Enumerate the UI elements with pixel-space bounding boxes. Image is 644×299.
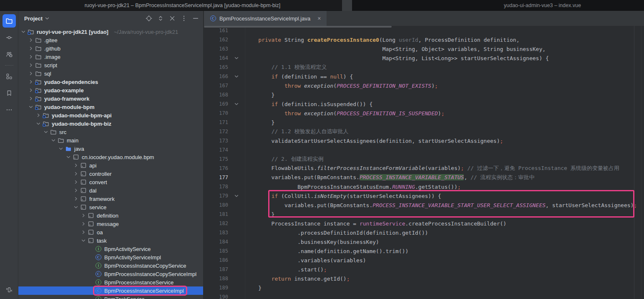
- line-number[interactable]: 168: [204, 92, 228, 98]
- tree-item[interactable]: yudao-module-bpm-api: [18, 111, 203, 119]
- chevron-right-icon[interactable]: [73, 162, 79, 169]
- line-number[interactable]: 174: [204, 147, 228, 153]
- tree-item[interactable]: CBpmActivityServiceImpl: [18, 253, 203, 261]
- chevron-down-icon[interactable]: [58, 145, 64, 152]
- tree-item[interactable]: yudao-module-bpm-biz: [18, 119, 203, 128]
- code-line[interactable]: 172 // 1.2 校验发起人自选审批人: [204, 127, 644, 136]
- code-line[interactable]: 188 return instance.getId();: [204, 274, 644, 283]
- code-with-me-icon[interactable]: ?: [3, 48, 16, 61]
- code-line[interactable]: 168 }: [204, 90, 644, 99]
- code-line[interactable]: 185 .name(definition.getName().trim()): [204, 246, 644, 256]
- chevron-down-icon[interactable]: [80, 237, 87, 244]
- code-line[interactable]: 178 BpmProcessInstanceStatusEnum.RUNNING…: [204, 182, 644, 191]
- line-number[interactable]: 185: [204, 248, 228, 254]
- tree-item[interactable]: controller: [18, 170, 203, 178]
- chevron-down-icon[interactable]: [73, 204, 79, 210]
- line-number[interactable]: 167: [204, 83, 228, 89]
- code-line[interactable]: 174: [204, 145, 644, 155]
- bookmarks-icon[interactable]: [3, 86, 16, 100]
- collapse-all-icon[interactable]: [169, 15, 176, 22]
- line-number[interactable]: 162: [204, 37, 228, 43]
- fold-arrow-icon[interactable]: [228, 191, 245, 200]
- line-number[interactable]: 161: [204, 28, 228, 33]
- tree-item[interactable]: dal: [18, 186, 203, 195]
- tree-item[interactable]: .image: [18, 53, 203, 61]
- code-line[interactable]: 186 .variables(variables): [204, 256, 644, 265]
- vertical-scrollbar[interactable]: [641, 26, 644, 299]
- code-line[interactable]: 164 Map<String, List<Long>> startUserSel…: [204, 53, 644, 63]
- code-line[interactable]: 166 if (definition == null) {: [204, 72, 644, 81]
- line-number[interactable]: 180: [204, 202, 228, 208]
- code-line[interactable]: 171 }: [204, 118, 644, 127]
- commit-icon[interactable]: [3, 31, 16, 44]
- line-number[interactable]: 169: [204, 101, 228, 107]
- chevron-right-icon[interactable]: [73, 179, 79, 185]
- tree-item[interactable]: yudao-example: [18, 86, 203, 94]
- chevron-right-icon[interactable]: [35, 112, 42, 119]
- tree-item[interactable]: oa: [18, 228, 203, 236]
- line-number[interactable]: 175: [204, 156, 228, 162]
- code-line[interactable]: 173 validateStartUserSelectAssignees(def…: [204, 136, 644, 145]
- chevron-right-icon[interactable]: [73, 187, 79, 194]
- line-number[interactable]: 179: [204, 193, 228, 199]
- chevron-right-icon[interactable]: [28, 79, 34, 85]
- line-number[interactable]: 190: [204, 294, 228, 299]
- tree-item[interactable]: .gitee: [18, 36, 203, 44]
- line-number[interactable]: 182: [204, 220, 228, 226]
- code-line[interactable]: 181 }: [204, 210, 644, 219]
- tree-item[interactable]: java: [18, 144, 203, 153]
- chevron-right-icon[interactable]: [28, 95, 34, 102]
- line-number[interactable]: 177: [204, 175, 228, 180]
- chevron-right-icon[interactable]: [73, 170, 79, 177]
- line-number[interactable]: 187: [204, 266, 228, 272]
- code-line[interactable]: 179 if (CollUtil.isNotEmpty(startUserSel…: [204, 191, 644, 200]
- close-icon[interactable]: ×: [317, 15, 321, 22]
- chevron-down-icon[interactable]: [50, 137, 57, 144]
- line-number[interactable]: 173: [204, 138, 228, 144]
- chevron-right-icon[interactable]: [28, 37, 34, 43]
- line-number[interactable]: 165: [204, 64, 228, 70]
- chevron-down-icon[interactable]: [43, 129, 49, 135]
- line-number[interactable]: 188: [204, 276, 228, 281]
- tree-item[interactable]: script: [18, 61, 203, 69]
- tab-bpmprocessinstanceserviceimpl[interactable]: C BpmProcessInstanceServiceImpl.java ×: [204, 11, 327, 26]
- code-line[interactable]: 189 }: [204, 283, 644, 292]
- code-line[interactable]: 183 .processDefinitionId(definition.getI…: [204, 228, 644, 237]
- tree-item[interactable]: api: [18, 161, 203, 170]
- fold-arrow-icon[interactable]: [228, 72, 245, 81]
- chevron-right-icon[interactable]: [28, 70, 34, 77]
- chevron-right-icon[interactable]: [28, 53, 34, 60]
- chevron-right-icon[interactable]: [80, 229, 87, 236]
- project-header-title[interactable]: Project: [24, 15, 43, 22]
- line-number[interactable]: 164: [204, 55, 228, 61]
- structure-icon[interactable]: [3, 70, 16, 83]
- line-number[interactable]: 181: [204, 211, 228, 217]
- code-line[interactable]: 169 if (definition.isSuspended()) {: [204, 99, 644, 109]
- line-number[interactable]: 163: [204, 46, 228, 52]
- tree-item[interactable]: IBpmProcessInstanceCopyService: [18, 261, 203, 270]
- code-line[interactable]: 163 Map<String, Object> variables, Strin…: [204, 44, 644, 53]
- line-number[interactable]: 186: [204, 257, 228, 263]
- more-icon[interactable]: [3, 103, 16, 117]
- fold-arrow-icon[interactable]: [228, 53, 245, 63]
- line-number[interactable]: 170: [204, 110, 228, 116]
- tree-item[interactable]: .github: [18, 44, 203, 53]
- tree-item[interactable]: CBpmProcessInstanceCopyServiceImpl: [18, 270, 203, 278]
- code-line[interactable]: 184 .businessKey(businessKey): [204, 237, 644, 246]
- line-number[interactable]: 176: [204, 165, 228, 171]
- tree-item[interactable]: IBpmProcessInstanceService: [18, 278, 203, 286]
- horizontal-scrollbar[interactable]: [204, 26, 392, 28]
- hide-icon[interactable]: [192, 15, 199, 22]
- code-line[interactable]: 182 ProcessInstance instance = runtimeSe…: [204, 219, 644, 228]
- line-number[interactable]: 166: [204, 73, 228, 79]
- code-line[interactable]: 177 variables.put(BpmConstants.PROCESS_I…: [204, 173, 644, 182]
- tree-item[interactable]: IBpmTaskService: [18, 295, 203, 299]
- tree-item[interactable]: sql: [18, 69, 203, 78]
- code-line[interactable]: 190: [204, 292, 644, 299]
- tree-item[interactable]: cn.iocoder.yudao.module.bpm: [18, 153, 203, 161]
- chevron-right-icon[interactable]: [28, 62, 34, 68]
- project-folder-icon[interactable]: [3, 14, 16, 28]
- chevron-down-icon[interactable]: [65, 154, 72, 160]
- code-line[interactable]: 165 // 1.1 校验流程定义: [204, 63, 644, 72]
- fold-arrow-icon[interactable]: [228, 99, 245, 109]
